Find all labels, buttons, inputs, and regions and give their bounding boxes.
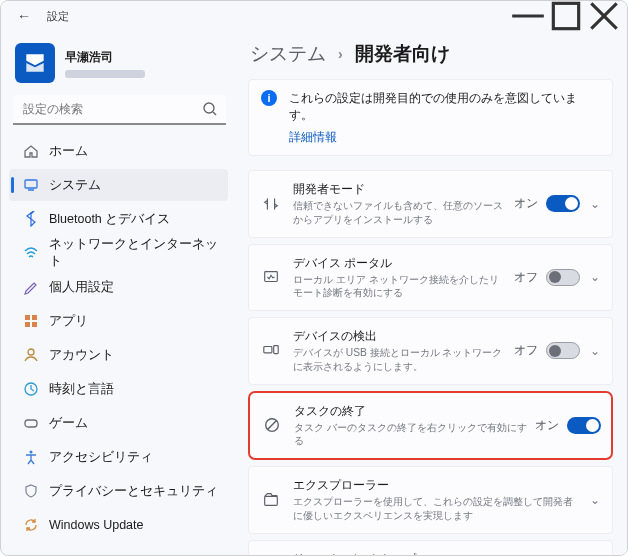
profile-sub-redacted <box>65 70 145 78</box>
chevron-down-icon[interactable]: ⌄ <box>588 344 602 358</box>
sidebar-item-label: Bluetooth とデバイス <box>49 211 220 228</box>
card-title: デバイス ポータル <box>293 255 506 272</box>
sidebar-item-account[interactable]: アカウント <box>9 339 228 371</box>
search-input[interactable] <box>13 95 226 125</box>
minimize-button[interactable] <box>509 1 547 31</box>
sidebar-item-time[interactable]: 時刻と言語 <box>9 373 228 405</box>
info-link[interactable]: 詳細情報 <box>289 130 600 145</box>
svg-rect-11 <box>32 322 37 327</box>
devportal-icon <box>261 267 281 287</box>
close-button[interactable] <box>585 1 623 31</box>
sidebar-item-label: 時刻と言語 <box>49 381 220 398</box>
sidebar-item-label: ホーム <box>49 143 220 160</box>
avatar <box>15 43 55 83</box>
main-content: システム › 開発者向け i これらの設定は開発目的での使用のみを意図しています… <box>236 31 627 555</box>
chevron-down-icon[interactable]: ⌄ <box>588 197 602 211</box>
system-icon <box>23 177 39 193</box>
explorer-icon <box>261 490 281 510</box>
toggle-switch[interactable] <box>546 342 580 359</box>
setting-card-remote[interactable]: リモート デスクトップ リモート デスクトップを有効にし、コンピューターが利用可… <box>248 540 613 555</box>
bluetooth-icon <box>23 211 39 227</box>
card-title: エクスプローラー <box>293 477 580 494</box>
account-icon <box>23 347 39 363</box>
update-icon <box>23 517 39 533</box>
back-button[interactable]: ← <box>13 8 35 24</box>
info-icon: i <box>261 90 277 106</box>
search-box[interactable] <box>13 95 226 125</box>
sidebar-item-label: アカウント <box>49 347 220 364</box>
svg-rect-18 <box>274 345 279 353</box>
endtask-icon <box>262 415 282 435</box>
accessibility-icon <box>23 449 39 465</box>
breadcrumb: システム › 開発者向け <box>248 37 613 79</box>
toggle-switch[interactable] <box>546 195 580 212</box>
network-icon <box>23 245 39 261</box>
time-icon <box>23 381 39 397</box>
sidebar-item-update[interactable]: Windows Update <box>9 509 228 541</box>
toggle-state-label: オフ <box>514 343 538 358</box>
maximize-button[interactable] <box>547 1 585 31</box>
home-icon <box>23 143 39 159</box>
chevron-right-icon: › <box>338 46 343 62</box>
card-subtitle: デバイスが USB 接続とローカル ネットワークに表示されるようにします。 <box>293 346 506 374</box>
sidebar-item-label: アクセシビリティ <box>49 449 220 466</box>
card-title: デバイスの検出 <box>293 328 506 345</box>
search-icon <box>202 101 218 120</box>
devmode-icon <box>261 194 281 214</box>
breadcrumb-leaf: 開発者向け <box>355 41 450 67</box>
setting-card-explorer[interactable]: エクスプローラー エクスプローラーを使用して、これらの設定を調整して開発者に優し… <box>248 466 613 534</box>
sidebar-item-apps[interactable]: アプリ <box>9 305 228 337</box>
setting-card-devportal[interactable]: デバイス ポータル ローカル エリア ネットワーク接続を介したリモート診断を有効… <box>248 244 613 312</box>
info-text: これらの設定は開発目的での使用のみを意図しています。 <box>289 90 600 124</box>
sidebar-item-personalize[interactable]: 個人用設定 <box>9 271 228 303</box>
profile-name: 早瀬浩司 <box>65 49 145 66</box>
chevron-down-icon[interactable]: ⌄ <box>588 270 602 284</box>
card-title: リモート デスクトップ <box>293 551 580 555</box>
sidebar-item-label: アプリ <box>49 313 220 330</box>
sidebar-item-network[interactable]: ネットワークとインターネット <box>9 237 228 269</box>
discover-icon <box>261 341 281 361</box>
sidebar-item-label: システム <box>49 177 220 194</box>
svg-rect-8 <box>25 315 30 320</box>
sidebar-item-label: Windows Update <box>49 518 220 532</box>
info-banner: i これらの設定は開発目的での使用のみを意図しています。 詳細情報 <box>248 79 613 156</box>
card-subtitle: ローカル エリア ネットワーク接続を介したリモート診断を有効にする <box>293 273 506 301</box>
apps-icon <box>23 313 39 329</box>
svg-rect-10 <box>25 322 30 327</box>
toggle-switch[interactable] <box>567 417 601 434</box>
profile[interactable]: 早瀬浩司 <box>9 39 230 93</box>
setting-card-discover[interactable]: デバイスの検出 デバイスが USB 接続とローカル ネットワークに表示されるよう… <box>248 317 613 385</box>
privacy-icon <box>23 483 39 499</box>
card-title: タスクの終了 <box>294 403 527 420</box>
setting-card-endtask[interactable]: タスクの終了 タスク バーのタスクの終了を右クリックで有効にする オン <box>248 391 613 461</box>
svg-rect-9 <box>32 315 37 320</box>
chevron-down-icon[interactable]: ⌄ <box>588 493 602 507</box>
settings-window: ← 設定 早瀬浩司 <box>0 0 628 556</box>
setting-card-devmode[interactable]: 開発者モード 信頼できないファイルも含めて、任意のソースからアプリをインストール… <box>248 170 613 238</box>
sidebar-item-home[interactable]: ホーム <box>9 135 228 167</box>
toggle-switch[interactable] <box>546 269 580 286</box>
personalize-icon <box>23 279 39 295</box>
sidebar-item-accessibility[interactable]: アクセシビリティ <box>9 441 228 473</box>
breadcrumb-root[interactable]: システム <box>250 41 326 67</box>
sidebar-item-system[interactable]: システム <box>9 169 228 201</box>
toggle-state-label: オフ <box>514 270 538 285</box>
svg-point-4 <box>204 103 214 113</box>
game-icon <box>23 415 39 431</box>
svg-line-5 <box>213 112 216 115</box>
titlebar: ← 設定 <box>1 1 627 31</box>
sidebar-item-game[interactable]: ゲーム <box>9 407 228 439</box>
sidebar-item-label: ネットワークとインターネット <box>49 236 220 270</box>
svg-rect-1 <box>553 3 578 28</box>
sidebar-item-label: ゲーム <box>49 415 220 432</box>
card-title: 開発者モード <box>293 181 506 198</box>
svg-point-12 <box>28 349 34 355</box>
sidebar-item-label: 個人用設定 <box>49 279 220 296</box>
sidebar-item-label: プライバシーとセキュリティ <box>49 483 220 500</box>
svg-line-20 <box>268 421 277 430</box>
sidebar-item-privacy[interactable]: プライバシーとセキュリティ <box>9 475 228 507</box>
card-subtitle: 信頼できないファイルも含めて、任意のソースからアプリをインストールする <box>293 199 506 227</box>
svg-point-15 <box>30 451 33 454</box>
sidebar-item-bluetooth[interactable]: Bluetooth とデバイス <box>9 203 228 235</box>
toggle-state-label: オン <box>535 418 559 433</box>
